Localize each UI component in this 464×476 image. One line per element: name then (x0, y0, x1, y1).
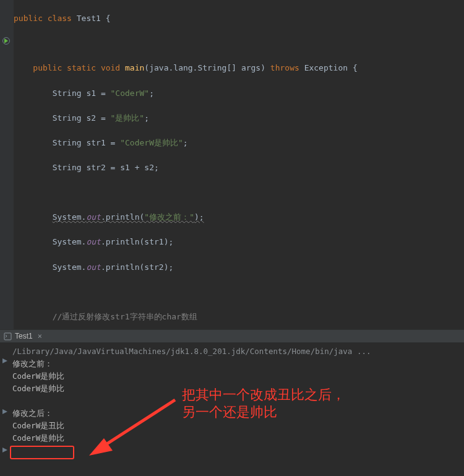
code-content[interactable]: public class Test1 { public static void … (0, 0, 464, 329)
annotation-arrow-icon (85, 395, 178, 457)
run-tabbar: Test1 × (0, 329, 464, 343)
run-gutter-icon[interactable] (2, 37, 10, 45)
console-cmdline: /Library/Java/JavaVirtualMachines/jdk1.8… (12, 345, 464, 358)
console-line: CoderW是帅比 (12, 370, 464, 383)
annotation-line-1: 把其中一个改成丑比之后， (182, 387, 345, 402)
svg-rect-0 (4, 333, 11, 340)
console-line: CoderW是帅比 (12, 432, 464, 444)
svg-line-1 (100, 400, 175, 448)
console-line: CoderW是丑比 (12, 420, 464, 432)
annotation-line-2: 另一个还是帅比 (182, 404, 277, 420)
run-tab-label[interactable]: Test1 (14, 331, 34, 342)
console-output-pane[interactable]: /Library/Java/JavaVirtualMachines/jdk1.8… (0, 343, 464, 476)
console-gutter (0, 343, 10, 476)
code-editor-pane[interactable]: public class Test1 { public static void … (0, 0, 464, 329)
class-name: Test1 (77, 14, 101, 23)
annotation-text: 把其中一个改成丑比之后， 另一个还是帅比 (182, 386, 345, 421)
fold-marker-icon (2, 358, 8, 364)
method-name: main (125, 63, 144, 72)
editor-gutter (0, 0, 14, 329)
annotation-highlight-box (10, 446, 74, 459)
console-line: 修改之前： (12, 358, 464, 370)
fold-marker-icon (2, 447, 8, 453)
close-tab-icon[interactable]: × (36, 331, 44, 342)
code-comment: //通过反射修改str1字符串的char数组 (53, 312, 197, 321)
method-modifiers: public static void (33, 63, 125, 72)
method-args: (java.lang.String[] args) (144, 63, 265, 72)
fold-marker-icon (2, 409, 8, 415)
terminal-icon (4, 332, 12, 340)
